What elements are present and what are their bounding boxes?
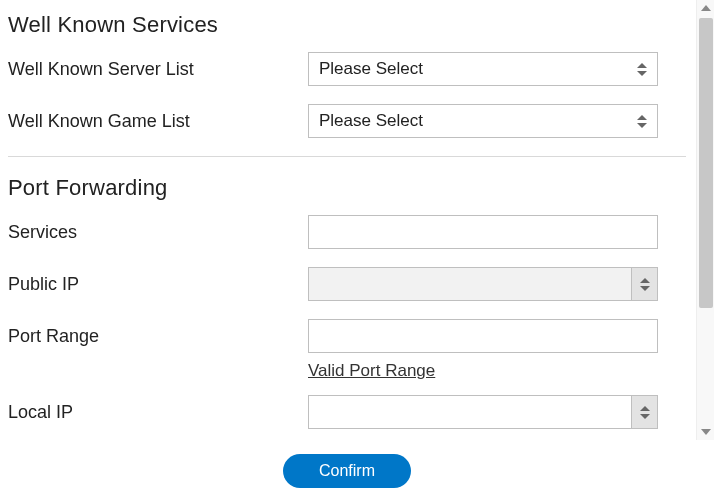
row-local-ip: Local IP xyxy=(8,395,686,429)
select-game-list-value: Please Select xyxy=(319,111,423,131)
label-services: Services xyxy=(8,222,308,243)
row-services: Services xyxy=(8,215,686,249)
section-title-well-known-services: Well Known Services xyxy=(8,12,686,38)
combo-public-ip[interactable] xyxy=(308,267,658,301)
scroll-down-icon[interactable] xyxy=(697,424,714,440)
input-port-range[interactable] xyxy=(308,319,658,353)
stepper-local-ip-icon[interactable] xyxy=(631,396,657,428)
select-server-list[interactable]: Please Select xyxy=(308,52,658,86)
label-game-list: Well Known Game List xyxy=(8,111,308,132)
label-port-range: Port Range xyxy=(8,326,308,347)
confirm-button[interactable]: Confirm xyxy=(283,454,411,488)
scrollbar-thumb[interactable] xyxy=(699,18,713,308)
form-viewport: Well Known Services Well Known Server Li… xyxy=(0,0,694,440)
row-port-range: Port Range xyxy=(8,319,686,353)
chevron-updown-icon xyxy=(635,60,649,78)
chevron-updown-icon xyxy=(635,112,649,130)
stepper-public-ip-icon[interactable] xyxy=(631,268,657,300)
section-title-port-forwarding: Port Forwarding xyxy=(8,175,686,201)
input-local-ip[interactable] xyxy=(309,396,631,428)
label-local-ip: Local IP xyxy=(8,402,308,423)
input-services[interactable] xyxy=(308,215,658,249)
row-port-range-helper: Valid Port Range xyxy=(8,361,686,381)
combo-local-ip[interactable] xyxy=(308,395,658,429)
input-public-ip[interactable] xyxy=(309,268,631,300)
row-server-list: Well Known Server List Please Select xyxy=(8,52,686,86)
section-divider xyxy=(8,156,686,157)
row-public-ip: Public IP xyxy=(8,267,686,301)
footer: Confirm xyxy=(0,444,694,504)
label-server-list: Well Known Server List xyxy=(8,59,308,80)
scroll-up-icon[interactable] xyxy=(697,0,714,16)
vertical-scrollbar[interactable] xyxy=(696,0,714,440)
select-game-list[interactable]: Please Select xyxy=(308,104,658,138)
link-valid-port-range[interactable]: Valid Port Range xyxy=(308,361,435,381)
label-public-ip: Public IP xyxy=(8,274,308,295)
row-game-list: Well Known Game List Please Select xyxy=(8,104,686,138)
select-server-list-value: Please Select xyxy=(319,59,423,79)
